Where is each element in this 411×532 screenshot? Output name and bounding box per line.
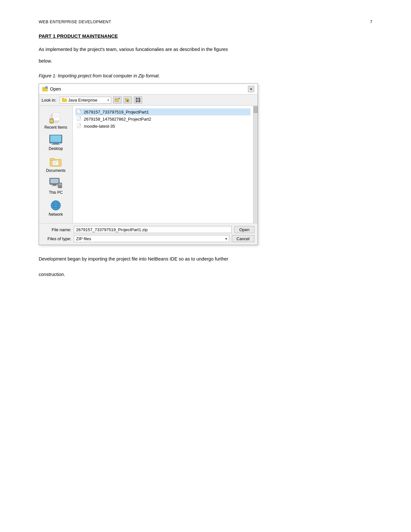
- cancel-button[interactable]: Cancel: [232, 235, 254, 242]
- open-dialog-icon: ↺: [42, 86, 48, 92]
- sidebar-item-recent-items[interactable]: Recent Items: [39, 110, 73, 132]
- svg-rect-5: [62, 98, 64, 99]
- footer-row-filetype: Files of type: ZIP files ▾ Cancel: [42, 235, 254, 242]
- section-heading: PART 1 PRODUCT MAINTENANCE: [39, 33, 372, 39]
- svg-rect-41: [58, 183, 62, 185]
- open-button[interactable]: Open: [234, 226, 254, 233]
- footer-row-filename: File name: Open: [42, 226, 254, 233]
- navigate-up-button[interactable]: [113, 96, 122, 103]
- dialog-title-text: Open: [50, 86, 61, 92]
- sidebar-item-documents[interactable]: Documents: [39, 153, 73, 175]
- sidebar-item-this-pc[interactable]: This PC: [39, 175, 73, 197]
- svg-text:↺: ↺: [46, 87, 47, 89]
- svg-rect-28: [53, 143, 59, 144]
- scroll-thumb[interactable]: [254, 106, 258, 113]
- desktop-icon: [49, 135, 63, 145]
- dialog-wrapper: ↺ Open × Look in: Java Enterprise ▾: [39, 84, 372, 245]
- file-item-1[interactable]: 2679157_733797519_ProjectPart1: [75, 108, 250, 115]
- svg-rect-10: [125, 98, 127, 100]
- svg-rect-13: [136, 98, 138, 100]
- svg-rect-15: [136, 100, 138, 102]
- svg-rect-27: [50, 135, 61, 142]
- sidebar-item-recent-label: Recent Items: [44, 125, 67, 130]
- file-item-3[interactable]: moodle-latest-35: [75, 123, 250, 130]
- figure-caption: Figure 1: Importing project from local c…: [39, 73, 372, 78]
- dialog-title: ↺ Open: [42, 86, 61, 92]
- dialog-sidebar: Recent Items Desktop: [39, 106, 73, 223]
- svg-rect-20: [53, 113, 60, 121]
- file-name-1: 2679157_733797519_ProjectPart1: [84, 110, 149, 114]
- svg-rect-37: [50, 179, 59, 183]
- svg-rect-38: [53, 184, 56, 185]
- sidebar-item-network-label: Network: [49, 212, 63, 217]
- dropdown-arrow: ▾: [107, 98, 109, 102]
- look-in-label: Look in:: [42, 98, 56, 103]
- recent-items-icon: [49, 112, 63, 124]
- file-item-2[interactable]: 2679158_1475827862_ProjectPart2: [75, 115, 250, 123]
- filetype-value: ZIP files: [76, 236, 91, 241]
- filetype-label: Files of type:: [42, 236, 71, 241]
- footer-text-line2: construction.: [39, 270, 372, 279]
- file-icon-1: [77, 109, 82, 115]
- sidebar-item-desktop-label: Desktop: [49, 146, 63, 151]
- dialog-filelist: 2679157_733797519_ProjectPart1 2679158_1…: [73, 106, 253, 223]
- file-name-2: 2679158_1475827862_ProjectPart2: [84, 117, 151, 122]
- close-button[interactable]: ×: [248, 86, 254, 92]
- file-name-3: moodle-latest-35: [84, 124, 115, 129]
- file-icon-3: [77, 123, 82, 129]
- new-folder-icon: [125, 97, 130, 103]
- sidebar-item-network[interactable]: Network: [39, 197, 73, 219]
- dialog-body: Recent Items Desktop: [39, 106, 258, 223]
- body-text-1: As implemented by the project's team, va…: [39, 45, 372, 54]
- dialog-titlebar: ↺ Open ×: [39, 84, 258, 94]
- dialog-footer: File name: Open Files of type: ZIP files…: [39, 223, 258, 245]
- this-pc-icon: [49, 178, 63, 189]
- sidebar-item-documents-label: Documents: [46, 168, 66, 173]
- filetype-arrow: ▾: [225, 237, 227, 241]
- header-title: WEB ENTERPRISE DEVELOPMENT: [39, 19, 111, 24]
- svg-rect-29: [52, 144, 60, 145]
- svg-rect-31: [50, 158, 54, 160]
- sidebar-item-desktop[interactable]: Desktop: [39, 132, 73, 153]
- svg-rect-1: [42, 87, 44, 88]
- documents-icon: [49, 156, 62, 167]
- folder-icon: [62, 98, 67, 102]
- svg-rect-7: [115, 98, 117, 100]
- current-folder-text: Java Enterprise: [68, 98, 97, 103]
- view-options-button[interactable]: [134, 96, 142, 103]
- footer-text-line1: Development began by importing the proje…: [39, 255, 372, 264]
- filetype-dropdown[interactable]: ZIP files ▾: [74, 235, 229, 242]
- filename-input[interactable]: [74, 226, 232, 233]
- svg-marker-17: [139, 100, 141, 101]
- svg-rect-14: [138, 98, 140, 100]
- body-text-2: below.: [39, 57, 372, 66]
- new-folder-button[interactable]: [123, 96, 132, 103]
- page-number: 7: [370, 19, 372, 24]
- view-options-icon: [135, 97, 141, 103]
- dialog-toolbar: Look in: Java Enterprise ▾: [39, 94, 258, 106]
- filename-label: File name:: [42, 227, 71, 232]
- look-in-dropdown[interactable]: Java Enterprise ▾: [60, 97, 111, 103]
- sidebar-item-this-pc-label: This PC: [49, 190, 63, 195]
- svg-rect-25: [50, 119, 53, 123]
- file-icon-2: [77, 116, 82, 122]
- page-header: WEB ENTERPRISE DEVELOPMENT 7: [39, 19, 372, 24]
- svg-rect-39: [52, 185, 57, 186]
- network-icon: [49, 200, 63, 211]
- navigate-up-icon: [115, 97, 120, 103]
- dialog-scrollbar[interactable]: [253, 106, 258, 223]
- open-dialog: ↺ Open × Look in: Java Enterprise ▾: [39, 84, 258, 245]
